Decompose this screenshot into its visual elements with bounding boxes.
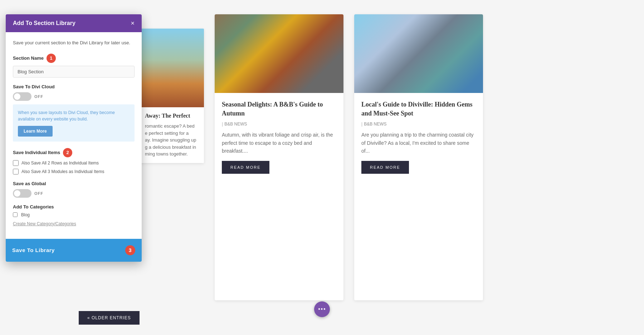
save-global-label: Save as Global xyxy=(13,181,135,186)
modal-description: Save your current section to the Divi Li… xyxy=(13,39,135,46)
save-global-toggle-label: OFF xyxy=(34,191,43,196)
save-global-slider xyxy=(13,189,31,198)
blog-card-2: Local's Guide to Diviville: Hidden Gems … xyxy=(354,14,483,300)
floating-menu-button[interactable]: ••• xyxy=(314,301,330,317)
save-global-toggle[interactable] xyxy=(13,189,31,198)
blog-card-1-excerpt: Autumn, with its vibrant foliage and cri… xyxy=(222,131,336,155)
blog-card-2-title: Local's Guide to Diviville: Hidden Gems … xyxy=(361,100,476,118)
categories-label: Add To Categories xyxy=(13,204,135,210)
step-2-badge: 2 xyxy=(63,148,72,157)
read-more-button-1[interactable]: READ MORE xyxy=(222,161,269,174)
modal-header: Add To Section Library × xyxy=(6,14,142,32)
blog-card-1-body: Seasonal Delights: A B&B's Guide to Autu… xyxy=(215,93,343,181)
blog-card-1: Seasonal Delights: A B&B's Guide to Autu… xyxy=(215,14,343,300)
partial-card-body: Away: The Perfect romantic escape? A bed… xyxy=(140,107,204,163)
checkbox-rows-group: Also Save All 2 Rows as Individual Items xyxy=(13,160,135,166)
divi-cloud-group: Save To Divi Cloud OFF When you save lay… xyxy=(13,84,135,142)
divi-cloud-slider xyxy=(13,92,31,101)
partial-card-excerpt: romantic escape? A bede perfect setting … xyxy=(145,123,199,158)
blog-card-2-excerpt: Are you planning a trip to the charming … xyxy=(361,131,476,155)
save-rows-label: Also Save All 2 Rows as Individual Items xyxy=(21,161,99,166)
divi-cloud-toggle-container: OFF xyxy=(13,92,135,101)
save-global-toggle-container: OFF xyxy=(13,189,135,198)
blog-category-label: Blog xyxy=(21,212,30,217)
save-global-group: Save as Global OFF xyxy=(13,181,135,198)
blog-card-1-title: Seasonal Delights: A B&B's Guide to Autu… xyxy=(222,100,336,118)
save-library-label: Save To Library xyxy=(12,247,55,253)
step-1-badge: 1 xyxy=(47,54,56,63)
section-name-label: Section Name 1 xyxy=(13,54,135,63)
step-3-badge: 3 xyxy=(125,245,135,255)
modal-close-button[interactable]: × xyxy=(131,20,135,26)
older-entries-button[interactable]: « OLDER ENTRIES xyxy=(79,311,140,325)
info-box-text: When you save layouts to Divi Cloud, the… xyxy=(18,109,130,122)
modal-body: Save your current section to the Divi Li… xyxy=(6,32,142,262)
individual-items-label: Save Individual Items 2 xyxy=(13,148,135,157)
learn-more-button[interactable]: Learn More xyxy=(18,126,53,137)
blog-card-1-image xyxy=(215,14,343,93)
save-to-library-button[interactable]: Save To Library 3 xyxy=(6,239,142,262)
add-to-library-modal: Add To Section Library × Save your curre… xyxy=(6,14,142,262)
divi-cloud-toggle-label: OFF xyxy=(34,94,43,99)
categories-group: Add To Categories Blog Create New Catego… xyxy=(13,204,135,227)
partial-card-image xyxy=(140,29,204,107)
section-name-group: Section Name 1 xyxy=(13,54,135,78)
divi-cloud-info-box: When you save layouts to Divi Cloud, the… xyxy=(13,104,135,142)
read-more-button-2[interactable]: READ MORE xyxy=(361,161,409,174)
individual-items-group: Save Individual Items 2 Also Save All 2 … xyxy=(13,148,135,174)
blog-category-row: Blog xyxy=(13,212,135,217)
section-name-input[interactable] xyxy=(13,66,135,78)
checkbox-modules-group: Also Save All 3 Modules as Individual It… xyxy=(13,169,135,174)
create-new-container: Create New Category/Categories xyxy=(13,220,135,227)
save-modules-checkbox[interactable] xyxy=(13,169,19,174)
modal-title: Add To Section Library xyxy=(13,20,75,26)
blog-card-1-category: B&B NEWS xyxy=(222,122,336,127)
divi-cloud-toggle[interactable] xyxy=(13,92,31,101)
create-new-category-link[interactable]: Create New Category/Categories xyxy=(13,221,76,226)
blog-card-2-image xyxy=(354,14,483,93)
blog-category-checkbox[interactable] xyxy=(13,212,18,217)
blog-card-2-body: Local's Guide to Diviville: Hidden Gems … xyxy=(354,93,483,181)
blog-card-2-category: B&B NEWS xyxy=(361,122,476,127)
partial-card-title: Away: The Perfect xyxy=(145,113,199,119)
save-modules-label: Also Save All 3 Modules as Individual It… xyxy=(21,169,104,174)
divi-cloud-label: Save To Divi Cloud xyxy=(13,84,135,89)
save-rows-checkbox[interactable] xyxy=(13,160,19,166)
partial-blog-card: Away: The Perfect romantic escape? A bed… xyxy=(140,29,204,163)
dots-icon: ••• xyxy=(318,306,326,313)
